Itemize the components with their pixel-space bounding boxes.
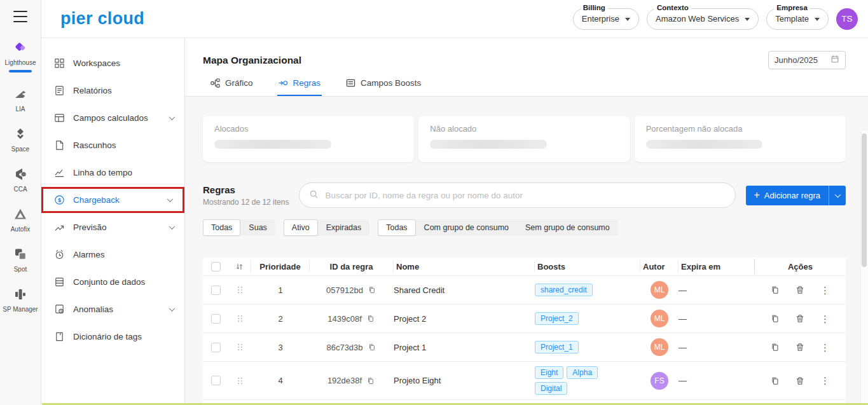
column-header-acoes[interactable]: Ações bbox=[755, 261, 846, 272]
user-avatar[interactable]: TS bbox=[836, 8, 858, 30]
duplicate-rule-icon[interactable] bbox=[769, 313, 781, 324]
duplicate-rule-icon[interactable] bbox=[769, 375, 781, 387]
conjunto-de-dados-icon bbox=[53, 277, 65, 288]
rail-item-sp-manager[interactable]: SP Manager bbox=[3, 286, 38, 313]
sidebar-item-campos-calculados[interactable]: Campos calculados bbox=[41, 104, 184, 132]
rules-title-block: Regras Mostrando 12 de 12 itens bbox=[203, 184, 289, 207]
sidebar-item-alarmes[interactable]: Alarmes bbox=[41, 241, 184, 268]
tab-regras[interactable]: Regras bbox=[277, 69, 322, 96]
sidebar-item-previsao[interactable]: Previsão bbox=[41, 214, 184, 241]
duplicate-rule-icon[interactable] bbox=[769, 341, 781, 353]
rail-item-lighthouse[interactable]: Lighthouse bbox=[3, 39, 38, 72]
table-header-row: PrioridadeID da regraNomeBoostsAutorExpi… bbox=[203, 257, 846, 275]
author-cell: ML bbox=[640, 281, 679, 299]
row-checkbox[interactable] bbox=[211, 376, 221, 385]
add-rule-button[interactable]: + Adicionar regra bbox=[746, 186, 829, 205]
boost-chip[interactable]: Eight bbox=[535, 366, 563, 379]
row-checkbox[interactable] bbox=[211, 343, 221, 352]
select-all-checkbox[interactable] bbox=[211, 262, 221, 271]
row-checkbox[interactable] bbox=[211, 314, 221, 324]
loading-skeleton-bar bbox=[646, 140, 763, 149]
more-actions-icon[interactable]: ⋮ bbox=[819, 313, 831, 325]
boost-chip-list: EightAlphaDigital bbox=[535, 362, 619, 399]
author-avatar: ML bbox=[651, 281, 668, 299]
drag-handle-icon[interactable] bbox=[228, 314, 251, 323]
filter-option-expiradas[interactable]: Expiradas bbox=[318, 219, 370, 236]
copy-id-icon[interactable] bbox=[367, 342, 377, 352]
tab-campos-boosts[interactable]: Campos Boosts bbox=[345, 69, 422, 96]
billing-select[interactable]: Billing Enterprise bbox=[573, 8, 639, 30]
rail-item-autofix[interactable]: Autofix bbox=[3, 206, 38, 233]
boosts-cell: shared_credit bbox=[535, 279, 640, 301]
sidebar-item-workspaces[interactable]: Workspaces bbox=[41, 50, 184, 77]
sidebar-item-label: Alarmes bbox=[73, 250, 105, 259]
tab-grafico[interactable]: Gráfico bbox=[209, 69, 254, 96]
boost-chip[interactable]: Digital bbox=[535, 382, 567, 395]
boost-chip[interactable]: shared_credit bbox=[535, 284, 593, 296]
column-header-expira-em[interactable]: Expira em bbox=[679, 259, 755, 274]
sidebar-item-relatorios[interactable]: Relatórios bbox=[41, 77, 184, 104]
more-actions-icon[interactable]: ⋮ bbox=[819, 284, 831, 296]
delete-rule-icon[interactable] bbox=[794, 284, 806, 296]
rail-item-spot[interactable]: Spot bbox=[3, 246, 38, 273]
column-header-id-da-regra[interactable]: ID da regra bbox=[310, 261, 394, 272]
sidebar-item-anomalias[interactable]: Anomalias bbox=[41, 296, 184, 323]
rail-item-cca[interactable]: CCA bbox=[3, 166, 38, 193]
column-header-nome[interactable]: Nome bbox=[394, 261, 535, 272]
filter-option-todas[interactable]: Todas bbox=[378, 219, 415, 236]
rail-item-label: Autofix bbox=[11, 226, 31, 233]
sort-order-icon bbox=[228, 261, 251, 272]
sidebar-item-dicionario-de-tags[interactable]: Dicionário de tags bbox=[41, 323, 184, 350]
page-title: Mapa Organizacional bbox=[203, 55, 301, 66]
sidebar-item-conjunto-de-dados[interactable]: Conjunto de dados bbox=[41, 268, 184, 296]
drag-handle-icon[interactable] bbox=[228, 376, 251, 385]
column-header-autor[interactable]: Autor bbox=[640, 261, 679, 272]
boosts-cell: Project_2 bbox=[535, 308, 640, 329]
contexto-select[interactable]: Contexto Amazon Web Services bbox=[647, 8, 759, 30]
copy-id-icon[interactable] bbox=[367, 285, 377, 295]
filter-option-com-grupo-de-consumo[interactable]: Com grupo de consumo bbox=[416, 219, 517, 236]
column-header-boosts[interactable]: Boosts bbox=[535, 261, 640, 272]
relatorios-icon bbox=[53, 85, 65, 97]
more-actions-icon[interactable]: ⋮ bbox=[819, 374, 831, 387]
empresa-select[interactable]: Empresa Template bbox=[766, 8, 829, 30]
priority-cell: 2 bbox=[251, 314, 310, 324]
filter-option-suas[interactable]: Suas bbox=[240, 219, 275, 236]
row-checkbox[interactable] bbox=[211, 285, 221, 295]
delete-rule-icon[interactable] bbox=[794, 341, 806, 353]
sidebar-item-linha-do-tempo[interactable]: Linha do tempo bbox=[41, 159, 184, 186]
month-picker[interactable]: Junho/2025 bbox=[768, 51, 846, 69]
tab-label: Campos Boosts bbox=[361, 78, 421, 88]
add-rule-dropdown-button[interactable] bbox=[829, 186, 846, 205]
boost-chip-list: shared_credit bbox=[535, 279, 593, 301]
row-actions-cell: ⋮ bbox=[755, 341, 846, 354]
drag-handle-icon[interactable] bbox=[228, 285, 251, 294]
sidebar-item-label: Rascunhos bbox=[73, 141, 116, 150]
autofix-product-icon bbox=[12, 206, 29, 223]
duplicate-rule-icon[interactable] bbox=[769, 284, 781, 296]
rail-item-space[interactable]: Space bbox=[3, 126, 38, 153]
filter-option-todas[interactable]: Todas bbox=[203, 219, 240, 236]
copy-id-icon[interactable] bbox=[366, 313, 376, 324]
filter-option-sem-grupo-de-consumo[interactable]: Sem grupo de consumo bbox=[517, 219, 618, 236]
delete-rule-icon[interactable] bbox=[794, 313, 806, 324]
row-actions-cell: ⋮ bbox=[755, 313, 846, 325]
copy-id-icon[interactable] bbox=[366, 376, 376, 386]
sidebar-item-rascunhos[interactable]: Rascunhos bbox=[41, 132, 184, 159]
scrollbar-thumb[interactable] bbox=[862, 134, 867, 267]
delete-rule-icon[interactable] bbox=[794, 375, 806, 387]
boost-chip[interactable]: Project_2 bbox=[535, 312, 579, 325]
column-header-prioridade[interactable]: Prioridade bbox=[251, 261, 310, 272]
rule-id-cell: 1439c08f bbox=[310, 313, 394, 324]
hamburger-menu-icon[interactable] bbox=[12, 10, 29, 23]
rail-item-lia[interactable]: LIA bbox=[3, 86, 38, 113]
table-row: 4192de38fProjeto EightEightAlphaDigitalF… bbox=[203, 361, 846, 399]
filter-option-ativo[interactable]: Ativo bbox=[284, 219, 318, 236]
more-actions-icon[interactable]: ⋮ bbox=[819, 341, 831, 354]
drag-handle-icon[interactable] bbox=[228, 343, 251, 352]
boost-chip[interactable]: Project_1 bbox=[535, 341, 579, 354]
cca-product-icon bbox=[12, 166, 29, 182]
search-input[interactable] bbox=[324, 190, 725, 201]
sidebar-item-chargeback[interactable]: $Chargeback bbox=[41, 187, 184, 213]
boost-chip[interactable]: Alpha bbox=[567, 366, 598, 379]
